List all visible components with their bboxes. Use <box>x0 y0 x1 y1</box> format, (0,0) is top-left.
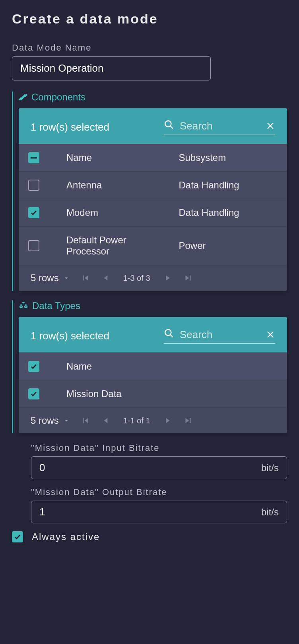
table-row[interactable]: Modem Data Handling <box>19 199 287 226</box>
always-active-row: Always active <box>12 531 287 542</box>
cubes-icon <box>19 301 28 311</box>
components-pagination: 5 rows 1-3 of 3 <box>19 265 287 291</box>
page-size-label: 5 rows <box>31 415 59 426</box>
search-icon <box>164 119 174 132</box>
svg-line-5 <box>171 335 173 337</box>
last-page-button[interactable] <box>183 273 193 283</box>
column-name: Name <box>62 361 287 372</box>
data-types-search[interactable] <box>164 328 275 344</box>
pagination-range: 1-3 of 3 <box>123 274 150 283</box>
column-subsystem: Subsystem <box>175 152 287 163</box>
input-bitrate-value: 0 <box>39 462 45 474</box>
components-heading: Components <box>31 92 85 103</box>
data-types-table: 1 row(s) selected Name Mission Data 5 ro… <box>19 317 287 433</box>
always-active-checkbox[interactable] <box>12 531 23 542</box>
components-section: Components 1 row(s) selected Name Subsys… <box>12 92 287 291</box>
next-page-button[interactable] <box>162 415 173 426</box>
data-types-search-input[interactable] <box>180 329 260 341</box>
chevron-down-icon <box>63 274 70 282</box>
svg-point-4 <box>165 329 171 335</box>
input-bitrate-input[interactable]: 0 bit/s <box>31 456 287 479</box>
components-selected-count: 1 row(s) selected <box>31 121 109 133</box>
page-size-label: 5 rows <box>31 272 59 284</box>
cell-name: Default Power Processor <box>62 235 175 257</box>
pagination-range: 1-1 of 1 <box>123 416 150 425</box>
data-mode-name-label: Data Mode Name <box>12 43 287 53</box>
search-icon <box>164 328 174 341</box>
data-types-selected-count: 1 row(s) selected <box>31 330 109 342</box>
always-active-label: Always active <box>32 531 100 542</box>
input-bitrate-label: "Mission Data" Input Bitrate <box>31 443 287 453</box>
components-search-input[interactable] <box>180 120 260 132</box>
input-bitrate-unit: bit/s <box>261 462 279 474</box>
cell-subsystem: Power <box>175 240 287 251</box>
components-header-row: Name Subsystem <box>19 144 287 171</box>
cell-name: Mission Data <box>62 388 287 399</box>
satellite-icon <box>19 93 27 102</box>
svg-line-1 <box>171 126 173 129</box>
output-bitrate-unit: bit/s <box>261 507 279 518</box>
components-toolbar: 1 row(s) selected <box>19 108 287 144</box>
prev-page-button[interactable] <box>101 273 111 283</box>
close-icon[interactable] <box>266 121 275 131</box>
column-name: Name <box>62 152 175 163</box>
page-size-select[interactable]: 5 rows <box>31 415 70 426</box>
page-size-select[interactable]: 5 rows <box>31 272 70 284</box>
cell-name: Modem <box>62 207 175 218</box>
table-row[interactable]: Antenna Data Handling <box>19 171 287 199</box>
data-types-toolbar: 1 row(s) selected <box>19 317 287 352</box>
data-types-select-all-checkbox[interactable] <box>28 361 39 372</box>
row-checkbox[interactable] <box>28 388 39 399</box>
cell-subsystem: Data Handling <box>175 207 287 218</box>
components-select-all-checkbox[interactable] <box>28 152 39 163</box>
prev-page-button[interactable] <box>101 415 111 426</box>
next-page-button[interactable] <box>162 273 173 283</box>
cell-name: Antenna <box>62 180 175 191</box>
components-search[interactable] <box>164 119 275 135</box>
row-checkbox[interactable] <box>28 240 39 251</box>
first-page-button[interactable] <box>80 273 91 283</box>
data-types-section: Data Types 1 row(s) selected Name Missio… <box>12 300 287 433</box>
output-bitrate-input[interactable]: 1 bit/s <box>31 501 287 523</box>
data-mode-name-input[interactable] <box>12 56 211 80</box>
last-page-button[interactable] <box>183 415 193 426</box>
output-bitrate-label: "Mission Data" Output Bitrate <box>31 487 287 497</box>
row-checkbox[interactable] <box>28 180 39 191</box>
data-types-heading: Data Types <box>32 300 80 311</box>
first-page-button[interactable] <box>80 415 91 426</box>
cell-subsystem: Data Handling <box>175 180 287 191</box>
chevron-down-icon <box>63 417 70 424</box>
row-checkbox[interactable] <box>28 207 39 218</box>
svg-point-0 <box>165 121 171 127</box>
output-bitrate-value: 1 <box>39 506 45 518</box>
data-types-pagination: 5 rows 1-1 of 1 <box>19 407 287 433</box>
data-types-header-row: Name <box>19 352 287 380</box>
table-row[interactable]: Mission Data <box>19 380 287 407</box>
table-row[interactable]: Default Power Processor Power <box>19 226 287 265</box>
page-title: Create a data mode <box>12 11 287 27</box>
close-icon[interactable] <box>266 330 275 339</box>
components-table: 1 row(s) selected Name Subsystem Antenna… <box>19 108 287 291</box>
